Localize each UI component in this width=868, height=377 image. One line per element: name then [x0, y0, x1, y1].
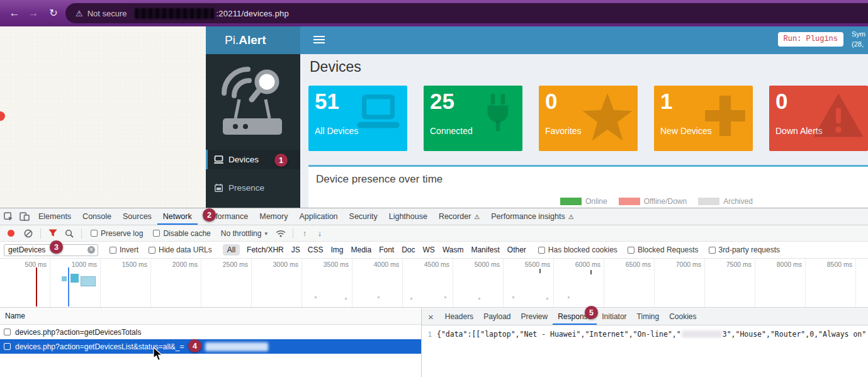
forward-icon[interactable]: →: [25, 5, 42, 21]
import-har-icon[interactable]: ↑: [297, 228, 312, 238]
annotation-badge-5: 5: [585, 306, 598, 319]
tab-recorder[interactable]: Recorder⚠: [433, 208, 485, 225]
filter-type-manifest[interactable]: Manifest: [471, 245, 499, 254]
checkbox[interactable]: [709, 247, 716, 254]
stat-card-down-alerts[interactable]: 0 Down Alerts: [769, 86, 868, 151]
invert-checkbox[interactable]: Invert: [110, 245, 138, 254]
checkbox[interactable]: [153, 230, 160, 237]
filter-type-doc[interactable]: Doc: [402, 245, 415, 254]
tab-elements[interactable]: Elements: [33, 208, 77, 225]
throttling-dropdown[interactable]: No throttling▾: [221, 229, 268, 238]
disable-cache-checkbox[interactable]: Disable cache: [153, 229, 210, 238]
detail-tab-preview[interactable]: Preview: [516, 308, 553, 325]
stat-card-all-devices[interactable]: 51 All Devices: [308, 86, 407, 151]
timeline-tick: 4000 ms: [352, 259, 403, 307]
clear-filter-icon[interactable]: ×: [87, 246, 95, 254]
record-button[interactable]: [8, 230, 14, 237]
checkbox[interactable]: [91, 230, 98, 237]
search-icon[interactable]: [61, 229, 77, 238]
address-bar[interactable]: ⚠ Not secure :20211/devices.php: [65, 3, 868, 23]
run-plugins-button[interactable]: Run: Plugins: [778, 32, 843, 47]
browser-viewport: Pi.Alert: [0, 26, 868, 208]
tab-security[interactable]: Security: [344, 208, 383, 225]
screenshot-root: ← → ↻ ⚠ Not secure :20211/devices.php Pi…: [0, 0, 868, 377]
close-icon[interactable]: ×: [422, 308, 440, 325]
tab-memory[interactable]: Memory: [254, 208, 293, 225]
filter-type-other[interactable]: Other: [507, 245, 526, 254]
third-party-requests-checkbox[interactable]: 3rd-party requests: [709, 245, 780, 254]
network-conditions-icon[interactable]: [273, 230, 289, 237]
tab-performance-insights[interactable]: Performance insights⚠: [485, 208, 579, 225]
sidebar-item-presence[interactable]: Presence: [206, 178, 300, 198]
timeline-tick: 5000 ms: [453, 259, 504, 307]
throttling-value: No throttling: [221, 229, 262, 238]
checkbox-label: Blocked Requests: [638, 245, 699, 254]
filter-type-font[interactable]: Font: [379, 245, 394, 254]
detail-tab-payload[interactable]: Payload: [478, 308, 516, 325]
clear-icon[interactable]: [20, 229, 37, 238]
hide-data-urls-checkbox[interactable]: Hide data URLs: [149, 245, 212, 254]
requests-name-header[interactable]: Name: [0, 308, 421, 325]
response-body[interactable]: 1 {"data":[["laptop","Net - Huawei","Int…: [422, 325, 868, 339]
response-json-before: {"data":[["laptop","Net - Huawei","Inter…: [437, 330, 681, 339]
not-secure-label[interactable]: Not secure: [87, 9, 127, 18]
hamburger-icon[interactable]: [313, 36, 325, 37]
filter-type-media[interactable]: Media: [351, 245, 371, 254]
app-logo[interactable]: Pi.Alert: [206, 26, 300, 54]
checkbox-label: Has blocked cookies: [548, 245, 617, 254]
has-blocked-cookies-checkbox[interactable]: Has blocked cookies: [538, 245, 617, 254]
page-title: Devices: [310, 59, 361, 76]
checkbox[interactable]: [149, 247, 155, 254]
timeline-tick: 1000 ms: [50, 259, 101, 307]
devices-icon: [213, 155, 223, 164]
filter-icon[interactable]: [45, 229, 61, 237]
network-toolbar: Preserve log Disable cache No throttling…: [0, 225, 868, 242]
request-checkbox[interactable]: [4, 343, 11, 350]
preserve-log-checkbox[interactable]: Preserve log: [91, 229, 143, 238]
back-icon[interactable]: ←: [6, 5, 23, 21]
checkbox-label: Disable cache: [163, 229, 210, 238]
redacted-host: [135, 8, 214, 19]
filter-type-all[interactable]: All: [223, 244, 240, 256]
legend-item-offline: Offline/Down: [619, 197, 687, 206]
tab-lighthouse[interactable]: Lighthouse: [383, 208, 433, 225]
export-har-icon[interactable]: ↓: [312, 228, 327, 238]
filter-type-fetch-xhr[interactable]: Fetch/XHR: [247, 245, 284, 254]
request-row-selected[interactable]: devices.php?action=getDevicesList&status…: [0, 339, 421, 354]
tab-application[interactable]: Application: [293, 208, 343, 225]
filter-type-css[interactable]: CSS: [308, 245, 324, 254]
filter-type-ws[interactable]: WS: [423, 245, 435, 254]
detail-tab-cookies[interactable]: Cookies: [664, 308, 701, 325]
tab-sources[interactable]: Sources: [117, 208, 157, 225]
request-row[interactable]: devices.php?action=getDevicesTotals: [0, 325, 421, 339]
timeline-tick: 2500 ms: [201, 259, 252, 307]
stat-card-new-devices[interactable]: 1 New Devices: [654, 86, 753, 151]
detail-tab-initiator[interactable]: Initiator: [597, 308, 631, 325]
tab-console[interactable]: Console: [77, 208, 117, 225]
tab-label: Recorder: [439, 212, 471, 221]
device-toolbar-icon[interactable]: [16, 208, 33, 225]
legend-label: Offline/Down: [644, 197, 687, 206]
checkbox[interactable]: [110, 247, 116, 254]
warning-icon: ⚠: [568, 213, 574, 220]
timeline-tick: 7500 ms: [705, 259, 755, 307]
inspect-icon[interactable]: [0, 208, 16, 225]
blocked-requests-checkbox[interactable]: Blocked Requests: [628, 245, 699, 254]
request-checkbox[interactable]: [4, 329, 11, 335]
filter-type-img[interactable]: Img: [330, 245, 343, 254]
stat-card-connected[interactable]: 25 Connected: [424, 86, 522, 151]
stat-cards: 51 All Devices 25 Connected 0 Favorites: [308, 86, 868, 151]
stat-card-favorites[interactable]: 0 Favorites: [539, 86, 638, 151]
router-illustration: [215, 60, 290, 145]
filter-type-js[interactable]: JS: [291, 245, 300, 254]
detail-tab-timing[interactable]: Timing: [632, 308, 665, 325]
filter-type-wasm[interactable]: Wasm: [442, 245, 464, 254]
detail-tab-headers[interactable]: Headers: [440, 308, 478, 325]
tab-network[interactable]: Network: [157, 208, 198, 225]
timeline-tick: 8000 ms: [755, 259, 806, 307]
request-name: devices.php?action=getDevicesTotals: [15, 328, 141, 337]
checkbox[interactable]: [628, 247, 634, 254]
reload-icon[interactable]: ↻: [45, 5, 62, 21]
network-timeline[interactable]: 500 ms 1000 ms 1500 ms 2000 ms 2500 ms 3…: [0, 259, 868, 308]
checkbox[interactable]: [538, 247, 545, 254]
